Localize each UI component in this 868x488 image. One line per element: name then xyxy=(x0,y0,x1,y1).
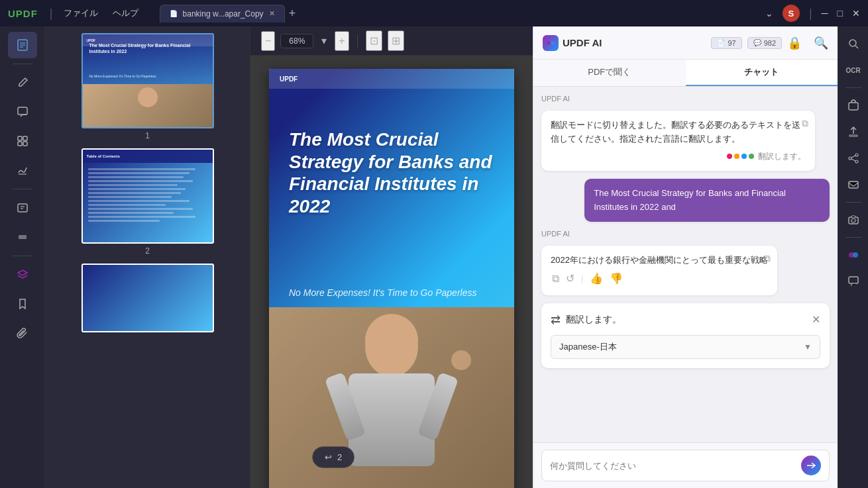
language-selector[interactable]: Japanese-日本 ▼ xyxy=(551,335,820,359)
dot4 xyxy=(749,154,754,159)
right-divider2 xyxy=(845,202,861,203)
lock-icon[interactable]: 🔒 xyxy=(787,36,802,50)
right-icon-camera[interactable] xyxy=(841,208,865,232)
zoom-out-btn[interactable]: − xyxy=(261,31,275,51)
sidebar-icon-attach[interactable] xyxy=(8,320,37,346)
sidebar-icon-layers[interactable] xyxy=(8,262,37,288)
zoom-level[interactable]: 68% xyxy=(280,34,313,48)
sidebar-icon-reader[interactable] xyxy=(8,32,37,58)
svg-point-35 xyxy=(853,252,858,258)
token-badge-1: 📄 97 xyxy=(711,37,741,49)
chat-bubble-ai-1: ⧉ 翻訳モードに切り替えました。翻訳する必要のあるテキストを送信してください。指… xyxy=(541,111,815,171)
thumbs-up-btn[interactable]: 👍 xyxy=(590,270,603,287)
menu-help[interactable]: ヘルプ xyxy=(109,6,142,21)
search-icon[interactable]: 🔍 xyxy=(814,36,828,50)
chat-text-ai-2: 2022年における銀行や金融機関にとって最も重要な戦略 xyxy=(551,255,768,265)
svg-point-22 xyxy=(551,41,555,45)
svg-rect-25 xyxy=(849,103,858,110)
fit-width-btn[interactable]: ⊡ xyxy=(366,30,382,51)
dot3 xyxy=(741,154,747,159)
right-icon-search[interactable] xyxy=(841,32,865,56)
svg-point-27 xyxy=(849,157,851,160)
right-icon-ocr[interactable]: OCR xyxy=(841,58,865,82)
tab-close-btn[interactable]: ✕ xyxy=(269,9,275,18)
svg-point-20 xyxy=(451,350,471,370)
token-badge-2: 💬 982 xyxy=(747,37,782,49)
undo-icon: ↩ xyxy=(325,452,332,462)
ai-logo: UPDF AI xyxy=(543,35,602,51)
svg-rect-17 xyxy=(349,373,435,466)
pdf-page-bg: UPDF The Most Crucial Strategy for Banks… xyxy=(269,69,514,488)
svg-point-28 xyxy=(855,160,858,163)
sidebar-icon-comment[interactable] xyxy=(8,99,37,125)
svg-rect-10 xyxy=(18,204,27,212)
thumbnail-page-2[interactable]: Table of Contents xyxy=(81,148,214,256)
right-icon-export[interactable] xyxy=(841,120,865,144)
thumbnail-frame-1[interactable]: UPDF The Most Crucial Strategy for Banks… xyxy=(81,33,214,128)
sidebar-icon-forms[interactable] xyxy=(8,195,37,221)
thumbnail-frame-3[interactable] xyxy=(81,264,214,332)
thumbs-down-btn[interactable]: 👎 xyxy=(610,270,623,287)
sidebar-icon-redact[interactable] xyxy=(8,224,37,250)
chat-bubble-ai-2: ⧉ 2022年における銀行や金融機関にとって最も重要な戦略 ⧉ ↺ | 👍 👎 xyxy=(541,246,777,295)
translate-widget-close[interactable]: ✕ xyxy=(812,313,820,326)
tab-add-btn[interactable]: + xyxy=(289,7,296,21)
sidebar-icon-organize[interactable] xyxy=(8,128,37,154)
pdf-photo xyxy=(269,307,514,488)
close-btn[interactable]: ✕ xyxy=(852,8,860,19)
sidebar-icon-sign[interactable] xyxy=(8,157,37,183)
right-sidebar: OCR xyxy=(838,26,868,488)
svg-rect-5 xyxy=(18,136,22,140)
tab-banking[interactable]: 📄 banking w...apar_Copy ✕ xyxy=(160,5,285,23)
external-link-btn[interactable]: ⧉ xyxy=(552,270,559,287)
token-count-2: 982 xyxy=(764,39,776,47)
title-divider: | xyxy=(50,7,53,21)
right-icon-open[interactable] xyxy=(841,93,865,117)
ai-panel: UPDF AI 📄 97 💬 982 🔒 🔍 PDFで聞く チャット xyxy=(533,26,838,488)
tab-chat[interactable]: チャット xyxy=(686,60,838,86)
svg-point-21 xyxy=(547,41,551,45)
pdf-hero-text: The Most Crucial Strategy for Banks and … xyxy=(289,128,494,217)
refresh-btn[interactable]: ↺ xyxy=(566,270,574,287)
undo-count: 2 xyxy=(337,452,342,462)
dot2 xyxy=(734,154,739,159)
fit-page-btn[interactable]: ⊞ xyxy=(388,30,404,51)
avatar[interactable]: S xyxy=(783,5,800,22)
pdf-content: UPDF The Most Crucial Strategy for Banks… xyxy=(250,56,533,488)
thumbnail-page-3[interactable] xyxy=(81,264,214,332)
right-icon-share[interactable] xyxy=(841,146,865,170)
thumbnail-page-1[interactable]: UPDF The Most Crucial Strategy for Banks… xyxy=(81,33,214,140)
thumbnail-panel: UPDF The Most Crucial Strategy for Banks… xyxy=(45,26,250,488)
menu-file[interactable]: ファイル xyxy=(60,6,102,21)
right-icon-mail[interactable] xyxy=(841,173,865,197)
svg-point-26 xyxy=(855,154,858,156)
maximize-btn[interactable]: □ xyxy=(838,8,843,19)
right-icon-chat[interactable] xyxy=(841,269,865,293)
svg-rect-6 xyxy=(23,136,27,140)
pdf-toolbar: − 68% ▾ + ⊡ ⊞ xyxy=(250,26,533,56)
thumb1-sub-text: No More Expenses! It's Time to Go Paperl… xyxy=(89,74,206,78)
thumb1-title-text: The Most Crucial Strategy for Banks Fina… xyxy=(89,42,206,54)
pdf-page: UPDF The Most Crucial Strategy for Banks… xyxy=(269,69,514,488)
minimize-btn[interactable]: ─ xyxy=(822,8,828,19)
thumbnail-frame-2[interactable]: Table of Contents xyxy=(81,148,214,244)
copy-icon-1[interactable]: ⧉ xyxy=(802,116,808,130)
sidebar-icon-edit[interactable] xyxy=(8,70,37,96)
ai-title: UPDF AI xyxy=(563,37,602,48)
right-icon-ai[interactable] xyxy=(841,243,865,267)
undo-overlay[interactable]: ↩ 2 xyxy=(312,446,354,468)
main-layout: UPDF The Most Crucial Strategy for Banks… xyxy=(0,26,868,488)
translate-widget-title: 翻訳します。 xyxy=(566,314,806,326)
copy-icon-2[interactable]: ⧉ xyxy=(764,251,771,266)
tab-pdf-listen[interactable]: PDFで聞く xyxy=(533,60,686,86)
sidebar-icon-bookmark[interactable] xyxy=(8,291,37,317)
zoom-dropdown-btn[interactable]: ▾ xyxy=(319,32,329,50)
chat-label-2: UPDF AI xyxy=(541,230,830,238)
chat-actions: ⧉ ↺ | 👍 👎 xyxy=(551,270,768,287)
token-icon2: 💬 xyxy=(753,39,761,46)
zoom-in-btn[interactable]: + xyxy=(335,31,349,51)
expand-btn[interactable]: ⌄ xyxy=(765,8,773,19)
ai-send-btn[interactable] xyxy=(801,456,821,475)
tab-label: banking w...apar_Copy xyxy=(183,9,264,19)
ai-input-field[interactable] xyxy=(550,461,796,471)
